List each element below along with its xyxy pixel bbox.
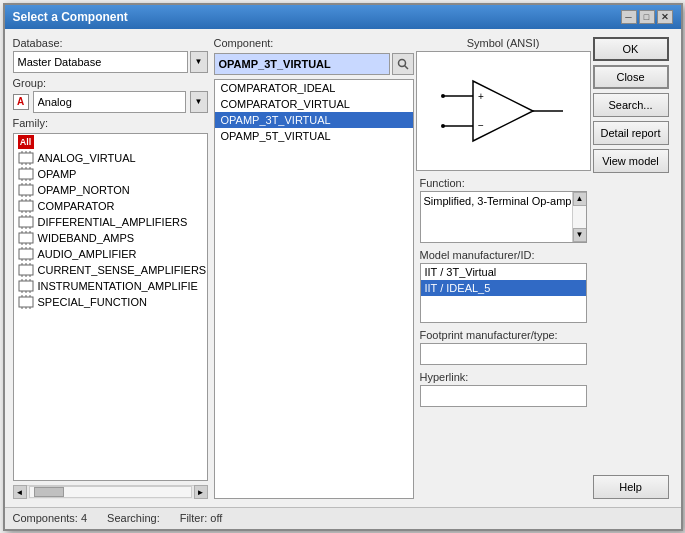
database-dropdown[interactable]: [13, 51, 188, 73]
family-item-label: COMPARATOR: [38, 200, 115, 212]
svg-rect-63: [19, 297, 33, 307]
svg-rect-56: [19, 281, 33, 291]
group-field-group: Group: A ▼: [13, 77, 208, 113]
database-dropdown-arrow[interactable]: ▼: [190, 51, 208, 73]
right-panel: Symbol (ANSI) + −: [420, 37, 587, 499]
family-item[interactable]: INSTRUMENTATION_AMPLIFIE: [14, 278, 207, 294]
func-scroll-down[interactable]: ▼: [573, 228, 587, 242]
group-dropdown-arrow[interactable]: ▼: [190, 91, 208, 113]
svg-rect-0: [19, 153, 33, 163]
manufacturer-item[interactable]: IIT / IDEAL_5: [421, 280, 586, 296]
component-family-icon: [18, 231, 34, 245]
symbol-label: Symbol (ANSI): [467, 37, 540, 49]
svg-point-78: [441, 94, 445, 98]
help-button[interactable]: Help: [593, 475, 669, 499]
footprint-label: Footprint manufacturer/type:: [420, 329, 587, 341]
family-item[interactable]: DIFFERENTIAL_AMPLIFIERS: [14, 214, 207, 230]
dialog-title: Select a Component: [13, 10, 128, 24]
scroll-thumb: [34, 487, 64, 497]
statusbar: Components: 4 Searching: Filter: off: [5, 507, 681, 529]
footprint-section: Footprint manufacturer/type:: [420, 329, 587, 365]
component-family-icon: [18, 247, 34, 261]
button-panel: OK Close Search... Detail report View mo…: [593, 37, 673, 499]
hyperlink-label: Hyperlink:: [420, 371, 587, 383]
family-list[interactable]: All ANALOG_VIRTUAL: [13, 133, 208, 481]
components-count: Components: 4: [13, 512, 88, 524]
family-item-label: OPAMP: [38, 168, 77, 180]
function-section: Function: Simplified, 3-Terminal Op-amp …: [420, 177, 587, 243]
symbol-box: + −: [416, 51, 591, 171]
function-value: Simplified, 3-Terminal Op-amp: [424, 195, 572, 207]
group-label: Group:: [13, 77, 208, 89]
component-item[interactable]: OPAMP_5T_VIRTUAL: [215, 128, 413, 144]
footprint-box: [420, 343, 587, 365]
component-item[interactable]: COMPARATOR_VIRTUAL: [215, 96, 413, 112]
close-window-button[interactable]: ✕: [657, 10, 673, 24]
component-family-icon: [18, 215, 34, 229]
svg-text:+: +: [478, 91, 484, 102]
hyperlink-section: Hyperlink:: [420, 371, 587, 407]
opamp-symbol: + −: [433, 71, 573, 151]
svg-rect-28: [19, 217, 33, 227]
detail-report-button[interactable]: Detail report: [593, 121, 669, 145]
search-button[interactable]: Search...: [593, 93, 669, 117]
all-families-icon: All: [18, 135, 34, 149]
component-item[interactable]: OPAMP_3T_VIRTUAL: [215, 112, 413, 128]
minimize-button[interactable]: ─: [621, 10, 637, 24]
svg-rect-21: [19, 201, 33, 211]
component-label: Component:: [214, 37, 414, 49]
family-item-label: CURRENT_SENSE_AMPLIFIERS: [38, 264, 207, 276]
manufacturer-list[interactable]: IIT / 3T_VirtualIIT / IDEAL_5: [420, 263, 587, 323]
family-item-label: DIFFERENTIAL_AMPLIFIERS: [38, 216, 188, 228]
family-item-label: OPAMP_NORTON: [38, 184, 130, 196]
view-model-button[interactable]: View model: [593, 149, 669, 173]
component-search-row: [214, 53, 414, 75]
ok-button[interactable]: OK: [593, 37, 669, 61]
function-scrollbar: ▲ ▼: [572, 192, 586, 242]
family-item-label: WIDEBAND_AMPS: [38, 232, 135, 244]
scroll-right-btn[interactable]: ►: [194, 485, 208, 499]
family-item[interactable]: COMPARATOR: [14, 198, 207, 214]
svg-rect-42: [19, 249, 33, 259]
searching-status: Searching:: [107, 512, 160, 524]
component-item[interactable]: COMPARATOR_IDEAL: [215, 80, 413, 96]
family-item[interactable]: OPAMP_NORTON: [14, 182, 207, 198]
family-item[interactable]: ANALOG_VIRTUAL: [14, 150, 207, 166]
svg-line-71: [404, 65, 408, 69]
component-list[interactable]: COMPARATOR_IDEALCOMPARATOR_VIRTUALOPAMP_…: [214, 79, 414, 499]
spacer: [593, 177, 673, 471]
function-box: Simplified, 3-Terminal Op-amp ▲ ▼: [420, 191, 587, 243]
maximize-button[interactable]: □: [639, 10, 655, 24]
component-family-icon: [18, 199, 34, 213]
middle-panel: Component: COMPARATOR_IDEALCOMPARATOR_VI…: [214, 37, 414, 499]
family-item[interactable]: AUDIO_AMPLIFIER: [14, 246, 207, 262]
function-label: Function:: [420, 177, 587, 189]
scroll-track: [29, 486, 192, 498]
svg-rect-49: [19, 265, 33, 275]
family-item[interactable]: WIDEBAND_AMPS: [14, 230, 207, 246]
main-content: Database: ▼ Group: A ▼ Family: All: [5, 29, 681, 507]
close-button[interactable]: Close: [593, 65, 669, 89]
family-item[interactable]: SPECIAL_FUNCTION: [14, 294, 207, 310]
component-family-icon: [18, 295, 34, 309]
family-item[interactable]: CURRENT_SENSE_AMPLIFIERS: [14, 262, 207, 278]
svg-point-79: [441, 124, 445, 128]
manufacturer-label: Model manufacturer/ID:: [420, 249, 587, 261]
component-family-icon: [18, 183, 34, 197]
filter-status: Filter: off: [180, 512, 223, 524]
group-dropdown[interactable]: [33, 91, 186, 113]
group-row: A ▼: [13, 91, 208, 113]
family-item[interactable]: OPAMP: [14, 166, 207, 182]
family-item[interactable]: All: [14, 134, 207, 150]
family-scrollbar[interactable]: ◄ ►: [13, 485, 208, 499]
family-item-label: SPECIAL_FUNCTION: [38, 296, 147, 308]
select-component-dialog: Select a Component ─ □ ✕ Database: ▼ Gro…: [3, 3, 683, 531]
database-group: Database: ▼: [13, 37, 208, 73]
titlebar: Select a Component ─ □ ✕: [5, 5, 681, 29]
component-search-input[interactable]: [214, 53, 390, 75]
manufacturer-item[interactable]: IIT / 3T_Virtual: [421, 264, 586, 280]
family-item-label: AUDIO_AMPLIFIER: [38, 248, 137, 260]
component-search-button[interactable]: [392, 53, 414, 75]
func-scroll-up[interactable]: ▲: [573, 192, 587, 206]
scroll-left-btn[interactable]: ◄: [13, 485, 27, 499]
